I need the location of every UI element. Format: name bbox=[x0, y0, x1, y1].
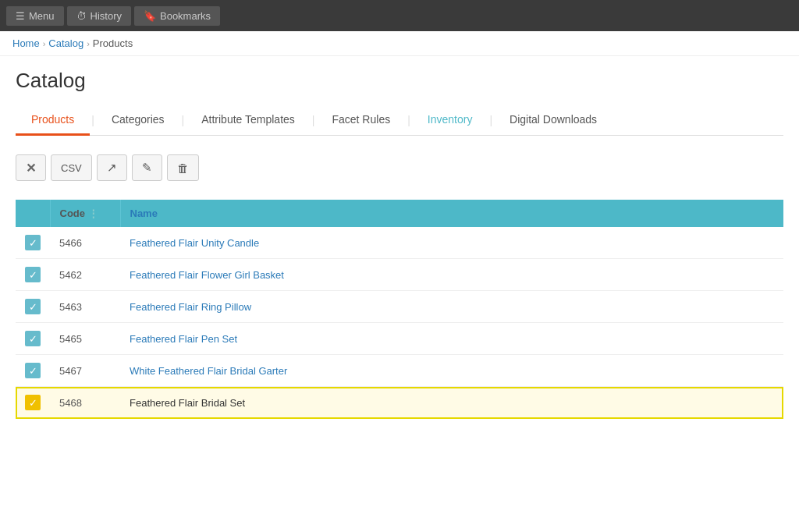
row-code: 5468 bbox=[50, 387, 120, 419]
row-code: 5462 bbox=[50, 259, 120, 291]
table-header-row: Code ⋮ Name bbox=[16, 200, 783, 227]
row-checkbox-cell[interactable]: ✓ bbox=[16, 387, 50, 419]
top-nav: ☰ Menu ⏱ History 🔖 Bookmarks bbox=[0, 0, 799, 31]
tab-attribute-templates[interactable]: Attribute Templates bbox=[186, 105, 311, 136]
bookmarks-button[interactable]: 🔖 Bookmarks bbox=[134, 6, 220, 26]
tab-digital-downloads[interactable]: Digital Downloads bbox=[494, 105, 613, 136]
col-header-name[interactable]: Name bbox=[120, 200, 783, 227]
row-checkbox-cell[interactable]: ✓ bbox=[16, 291, 50, 323]
tab-inventory[interactable]: Inventory bbox=[412, 105, 488, 136]
products-table: Code ⋮ Name ✓5466Feathered Flair Unity C… bbox=[16, 200, 783, 419]
breadcrumb-home[interactable]: Home bbox=[12, 37, 40, 49]
history-button[interactable]: ⏱ History bbox=[67, 6, 131, 26]
history-label: History bbox=[91, 10, 122, 22]
row-checkbox-cell[interactable]: ✓ bbox=[16, 227, 50, 259]
col-header-code[interactable]: Code ⋮ bbox=[50, 200, 120, 227]
row-name[interactable]: Feathered Flair Ring Pillow bbox=[120, 291, 783, 323]
bookmark-icon: 🔖 bbox=[144, 10, 156, 22]
row-code: 5465 bbox=[50, 323, 120, 355]
clear-button[interactable]: ✕ bbox=[16, 154, 46, 181]
toolbar: ✕ CSV ↗ ✎ 🗑 bbox=[16, 148, 783, 187]
history-icon: ⏱ bbox=[76, 10, 87, 22]
row-checkbox-cell[interactable]: ✓ bbox=[16, 323, 50, 355]
col-header-checkbox bbox=[16, 200, 50, 227]
breadcrumb-sep-1: › bbox=[43, 39, 46, 48]
row-checkbox-icon[interactable]: ✓ bbox=[25, 363, 41, 378]
bookmarks-label: Bookmarks bbox=[160, 10, 211, 22]
row-checkbox-icon[interactable]: ✓ bbox=[25, 331, 41, 346]
row-checkbox-icon[interactable]: ✓ bbox=[25, 395, 41, 410]
table-row[interactable]: ✓5462Feathered Flair Flower Girl Basket bbox=[16, 259, 783, 291]
row-checkbox-icon[interactable]: ✓ bbox=[25, 299, 41, 314]
row-name[interactable]: Feathered Flair Bridal Set bbox=[120, 387, 783, 419]
breadcrumb-sep-2: › bbox=[87, 39, 90, 48]
table-row[interactable]: ✓5467White Feathered Flair Bridal Garter bbox=[16, 355, 783, 387]
row-code: 5467 bbox=[50, 355, 120, 387]
table-row[interactable]: ✓5468Feathered Flair Bridal Set bbox=[16, 387, 783, 419]
tab-facet-rules[interactable]: Facet Rules bbox=[316, 105, 406, 136]
export-button[interactable]: ↗ bbox=[97, 154, 127, 181]
menu-icon: ☰ bbox=[16, 10, 25, 22]
menu-label: Menu bbox=[29, 10, 55, 22]
breadcrumb-catalog[interactable]: Catalog bbox=[48, 37, 83, 49]
row-checkbox-cell[interactable]: ✓ bbox=[16, 259, 50, 291]
csv-button[interactable]: CSV bbox=[51, 154, 92, 181]
row-name[interactable]: Feathered Flair Flower Girl Basket bbox=[120, 259, 783, 291]
row-checkbox-cell[interactable]: ✓ bbox=[16, 355, 50, 387]
breadcrumb-products: Products bbox=[93, 37, 133, 49]
tab-sep-1: | bbox=[90, 105, 96, 135]
breadcrumb: Home › Catalog › Products bbox=[0, 31, 799, 56]
tab-sep-4: | bbox=[406, 105, 412, 135]
delete-icon: 🗑 bbox=[177, 161, 189, 175]
row-code: 5463 bbox=[50, 291, 120, 323]
edit-button[interactable]: ✎ bbox=[132, 154, 162, 181]
row-name[interactable]: White Feathered Flair Bridal Garter bbox=[120, 355, 783, 387]
tab-sep-5: | bbox=[488, 105, 494, 135]
page-title: Catalog bbox=[16, 69, 783, 93]
table-row[interactable]: ✓5463Feathered Flair Ring Pillow bbox=[16, 291, 783, 323]
tab-categories[interactable]: Categories bbox=[96, 105, 180, 136]
row-checkbox-icon[interactable]: ✓ bbox=[25, 235, 41, 250]
delete-button[interactable]: 🗑 bbox=[167, 154, 199, 181]
export-icon: ↗ bbox=[107, 161, 117, 175]
row-name[interactable]: Feathered Flair Unity Candle bbox=[120, 227, 783, 259]
row-code: 5466 bbox=[50, 227, 120, 259]
row-checkbox-icon[interactable]: ✓ bbox=[25, 267, 41, 282]
row-name[interactable]: Feathered Flair Pen Set bbox=[120, 323, 783, 355]
tabs-container: Products | Categories | Attribute Templa… bbox=[16, 105, 783, 136]
tab-sep-2: | bbox=[180, 105, 186, 135]
edit-icon: ✎ bbox=[142, 161, 152, 175]
page-content: Catalog Products | Categories | Attribut… bbox=[0, 56, 799, 431]
resize-handle-code[interactable]: ⋮ bbox=[88, 207, 91, 219]
table-row[interactable]: ✓5466Feathered Flair Unity Candle bbox=[16, 227, 783, 259]
table-row[interactable]: ✓5465Feathered Flair Pen Set bbox=[16, 323, 783, 355]
menu-button[interactable]: ☰ Menu bbox=[6, 6, 64, 26]
tab-sep-3: | bbox=[311, 105, 317, 135]
tab-products[interactable]: Products bbox=[16, 105, 90, 136]
